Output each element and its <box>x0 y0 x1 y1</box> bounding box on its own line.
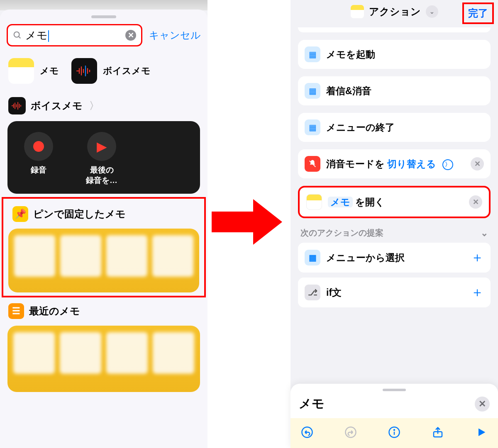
redo-button[interactable] <box>342 424 359 441</box>
note-thumb[interactable] <box>152 235 193 277</box>
sheet-grabber[interactable] <box>91 15 116 18</box>
action-silent-mode[interactable]: 消音モードを 切り替える 〉 ✕ <box>298 149 491 178</box>
suggestions-header[interactable]: 次のアクションの提案 ⌄ <box>298 226 491 243</box>
app-voice-memos[interactable]: ボイスメモ <box>71 58 151 84</box>
bell-slash-icon <box>305 156 320 172</box>
done-button[interactable]: 完了 <box>462 2 494 24</box>
chevron-down-icon: ⌄ <box>481 228 488 239</box>
notes-icon <box>306 194 322 210</box>
menu-icon: ▦ <box>305 46 320 62</box>
recent-notes-header[interactable]: ☰ 最近のメモ <box>0 297 208 323</box>
param-app[interactable]: メモ <box>328 197 353 207</box>
pinned-notes-section: 📌 ピンで固定したメモ <box>2 197 206 297</box>
run-button[interactable] <box>473 424 490 441</box>
shortcut-title[interactable]: アクション ⌄ <box>351 5 438 18</box>
action-launch-notes[interactable]: ▦ メモを起動 <box>298 40 491 69</box>
add-icon[interactable]: ＋ <box>471 248 484 267</box>
record-icon <box>33 141 44 152</box>
left-phone: メモ ✕ キャンセル メモ ボイスメモ <box>0 0 208 448</box>
menu-icon: ▦ <box>305 83 320 99</box>
shortcut-editor[interactable]: ▦ メモを起動 ▦ 着信&消音 ▦ メニューの終了 消音モードを 切り替える 〉 <box>290 23 498 307</box>
notes-app-icon <box>8 58 34 84</box>
chevron-down-icon[interactable]: ⌄ <box>426 5 438 18</box>
chevron-right-icon: 〉 <box>89 99 99 112</box>
remove-action-button[interactable]: ✕ <box>471 157 484 170</box>
note-thumb[interactable] <box>13 332 55 374</box>
bottom-sheet-title: メモ <box>299 395 475 412</box>
last-recording-button[interactable]: ▶ 最後の 録音を… <box>79 132 124 185</box>
add-icon[interactable]: ＋ <box>471 283 484 302</box>
voice-memos-app-icon <box>71 58 97 84</box>
menu-icon: ▦ <box>305 250 320 265</box>
shortcut-header: アクション ⌄ 完了 <box>290 0 498 23</box>
recent-notes-widget[interactable] <box>7 326 200 392</box>
disclosure-icon[interactable]: 〉 <box>442 159 453 170</box>
notes-icon <box>351 5 364 18</box>
voice-memos-widget[interactable]: 録音 ▶ 最後の 録音を… <box>7 121 200 194</box>
cancel-button[interactable]: キャンセル <box>149 29 201 42</box>
play-icon: ▶ <box>97 139 107 154</box>
pinned-notes-widget[interactable] <box>8 229 199 292</box>
right-phone: アクション ⌄ 完了 ▦ メモを起動 ▦ 着信&消音 ▦ メニューの終了 <box>290 0 498 448</box>
branch-icon: ⎇ <box>305 285 320 300</box>
clear-icon[interactable]: ✕ <box>125 30 136 41</box>
pinned-header[interactable]: 📌 ピンで固定したメモ <box>8 200 199 226</box>
app-notes[interactable]: メモ <box>8 58 59 84</box>
action-end-menu[interactable]: ▦ メニューの終了 <box>298 113 491 142</box>
svg-point-0 <box>14 32 20 37</box>
note-thumb[interactable] <box>14 235 55 277</box>
app-results: メモ ボイスメモ <box>0 46 208 91</box>
suggestion-menu-select[interactable]: ▦ メニューから選択 ＋ <box>298 243 491 273</box>
voice-memos-section-header[interactable]: ボイスメモ 〉 <box>0 91 208 119</box>
remove-action-button[interactable]: ✕ <box>469 195 482 209</box>
pin-icon: 📌 <box>12 206 28 222</box>
param-toggle[interactable]: 切り替える <box>387 158 436 169</box>
bottom-sheet[interactable]: メモ ✕ <box>290 384 498 448</box>
action-ring-silent[interactable]: ▦ 着信&消音 <box>298 76 491 105</box>
search-input[interactable]: メモ ✕ <box>7 24 142 46</box>
record-button[interactable]: 録音 <box>16 132 61 185</box>
svg-line-1 <box>19 37 21 39</box>
menu-icon: ▦ <box>305 119 320 135</box>
note-thumb[interactable] <box>106 332 148 374</box>
voice-memos-icon <box>8 97 26 114</box>
action-open-notes[interactable]: メモ を開く ✕ <box>298 186 491 218</box>
note-thumb[interactable] <box>106 235 147 277</box>
suggestion-if[interactable]: ⎇ if文 ＋ <box>298 278 491 307</box>
note-thumb[interactable] <box>60 332 101 374</box>
toolbar <box>290 418 498 448</box>
close-icon[interactable]: ✕ <box>475 397 490 411</box>
info-button[interactable] <box>386 424 403 441</box>
note-thumb[interactable] <box>60 235 101 277</box>
undo-button[interactable] <box>299 424 315 441</box>
search-icon <box>13 31 22 40</box>
search-text: メモ <box>25 28 125 43</box>
sheet-grabber[interactable] <box>383 389 406 391</box>
recent-icon: ☰ <box>8 303 24 319</box>
share-button[interactable] <box>430 424 446 441</box>
search-row: メモ ✕ キャンセル <box>0 24 208 46</box>
note-thumb[interactable] <box>153 332 194 374</box>
svg-point-7 <box>394 429 395 430</box>
